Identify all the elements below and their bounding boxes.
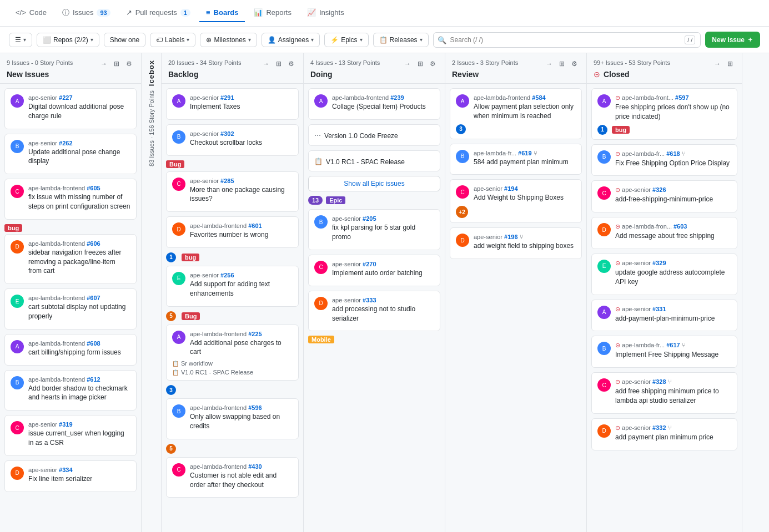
card-cl8[interactable]: C ⊝ ape-senior #328 ⑂ add free shipping … [591,372,737,414]
card-b1[interactable]: A ape-senior #291 Implement Taxes [166,88,299,120]
new-issue-button[interactable]: New Issue ＋ [705,32,760,48]
card-b5[interactable]: D ape-lambda-frontend #601 Favorites num… [166,216,299,248]
backlog-action-settings[interactable]: ⚙ [286,59,296,69]
card-r3[interactable]: C ape-senior #194 Add Weight to Shipping… [450,179,582,223]
avatar-b1: A [172,94,185,108]
col-action-settings[interactable]: ⚙ [124,59,134,69]
card-b2[interactable]: B ape-senior #302 Checkout scrollbar loc… [166,124,299,156]
filter-button[interactable]: ☰ ▾ [9,33,32,47]
backlog-action-collapse[interactable]: ⊞ [274,59,284,69]
show-one-button[interactable]: Show one [104,33,145,47]
nav-item-insights[interactable]: 📈 Insights [300,4,351,22]
card-version-rc[interactable]: 📋 V1.0 RC1 - SPAC Release [308,150,440,172]
closed-action-collapse[interactable]: ⊞ [725,59,735,69]
icebox-column: Icebox 83 Issues · 156 Story Points [142,53,162,532]
review-action-send[interactable]: → [544,59,555,69]
doing-action-send[interactable]: → [402,59,413,69]
card-cl6[interactable]: A ⊝ ape-senior #331 add-payment-plan-min… [591,300,737,332]
column-closed-body: A ⊝ ape-lambda-front... #597 Free shippi… [587,84,742,532]
card-c6[interactable]: E ape-lambda-frontend #607 cart subtotal… [4,288,137,330]
card-b4[interactable]: C ape-senior #285 More than one package … [166,171,299,212]
fork-cl2: ⑂ [682,150,686,157]
num-bug-row-2: 5 Bug [166,311,299,321]
card-d4[interactable]: B ape-senior #205 fix kpl parsing for 5 … [308,209,440,250]
card-cl1[interactable]: A ⊝ ape-lambda-front... #597 Free shippi… [591,88,737,140]
backlog-action-send[interactable]: → [260,59,272,69]
version-freeze-label: Version 1.0 Code Freeze [324,131,398,141]
nav-item-issues[interactable]: ⓘ Issues 93 [56,3,117,23]
review-action-collapse[interactable]: ⊞ [557,59,567,69]
card-r1[interactable]: A ape-lambda-frontend #584 Allow payment… [450,88,582,139]
labels-label: Labels [165,36,184,44]
card-d1[interactable]: A ape-lambda-frontend #239 Collage (Spec… [308,88,440,120]
card-cl5[interactable]: E ⊝ ape-senior #329 update google addres… [591,254,737,295]
card-d6[interactable]: D ape-senior #333 add processing not to … [308,291,440,332]
avatar-r1: A [456,94,469,108]
column-backlog-stats: 20 Issues - 34 Story Points [168,59,241,66]
nav-item-code[interactable]: </> Code [9,4,53,22]
avatar-cl5: E [597,260,611,273]
version-icon: ⋯ [314,131,321,139]
new-issue-plus-icon: ＋ [747,35,753,44]
releases-button[interactable]: 📋 Releases ▾ [373,33,429,47]
nav-insights-label: Insights [319,8,344,17]
epics-button[interactable]: ⚡ Epics ▾ [324,33,368,47]
num-bug-row-1: 1 bug [166,252,299,262]
card-c8[interactable]: B ape-lambda-frontend #612 Add border sh… [4,370,137,411]
card-c5[interactable]: D ape-lambda-frontend #606 sidebar navig… [4,234,137,284]
milestones-icon: ⊕ [206,36,212,44]
new-issue-label: New Issue [712,36,745,44]
card-cl9[interactable]: D ⊝ ape-senior #332 ⑂ add payment plan m… [591,418,737,450]
nav-item-reports[interactable]: 📊 Reports [247,4,298,22]
card-c7[interactable]: A ape-lambda-frontend #608 cart billing/… [4,334,137,366]
column-review: 2 Issues - 3 Story Points → ⊞ ⚙ Review A… [445,53,587,532]
doing-action-settings[interactable]: ⚙ [428,59,438,69]
card-cl4[interactable]: D ⊝ ape-lambda-fron... #603 Add message … [591,217,737,249]
avatar-c5: D [11,240,24,254]
cl1-num-badge: 1 [597,125,607,135]
column-new-issues-header: 9 Issues - 0 Story Points → ⊞ ⚙ New Issu… [0,53,141,84]
card-b9[interactable]: A ape-lambda-frontend #225 Add additiona… [166,325,299,381]
card-c2[interactable]: B ape-senior #262 Update additional pose… [4,134,137,175]
card-b11[interactable]: B ape-lambda-frontend #596 Only allow sw… [166,398,299,439]
column-new-issues-stats: 9 Issues - 0 Story Points [7,59,73,66]
labels-button[interactable]: 🏷 Labels ▾ [150,33,195,47]
epics-icon: ⚡ [330,36,339,44]
card-cl7[interactable]: B ⊝ ape-lambda-fr... #617 ⑂ Implement Fr… [591,336,737,368]
card-c10[interactable]: D ape-senior #334 Fix line item serializ… [4,460,137,492]
doing-action-collapse[interactable]: ⊞ [415,59,425,69]
epic-badge: Epic [326,196,345,204]
show-epic-issues-btn[interactable]: Show all Epic issues [308,176,440,191]
avatar-d4: B [314,215,328,229]
avatar-b9: A [172,331,185,344]
card-d5[interactable]: C ape-senior #270 Implement auto order b… [308,255,440,286]
repos-button[interactable]: ⬜ Repos (2/2) ▾ [37,33,99,47]
column-doing-body: A ape-lambda-frontend #239 Collage (Spec… [304,84,445,532]
search-input[interactable] [433,32,701,48]
avatar-cl8: C [597,378,611,392]
card-r2[interactable]: B ape-lambda-fr... #619 ⑂ 584 add paymen… [450,144,582,175]
card-version-freeze[interactable]: ⋯ Version 1.0 Code Freeze [308,124,440,146]
milestones-button[interactable]: ⊕ Milestones ▾ [200,33,257,47]
bug-badge: bug [4,224,22,232]
nav-item-pr[interactable]: ↗ Pull requests 1 [119,4,197,22]
card-c9[interactable]: C ape-senior #319 issue current_user whe… [4,415,137,456]
card-r4[interactable]: D ape-senior #196 ⑂ add weight field to … [450,227,582,259]
col-action-collapse[interactable]: ⊞ [112,59,122,69]
card-b13[interactable]: C ape-lambda-frontend #430 Customer is n… [166,457,299,498]
review-action-settings[interactable]: ⚙ [569,59,580,69]
assignees-button[interactable]: 👤 Assignees ▾ [262,33,320,47]
col-action-send[interactable]: → [98,59,109,69]
icebox-stats: 83 Issues · 156 Story Points [148,90,155,166]
card-c3[interactable]: C ape-lambda-frontend #605 fix issue wit… [4,179,137,220]
nav-item-boards[interactable]: ≡ Boards [199,4,245,22]
closed-action-send[interactable]: → [712,59,723,69]
card-cl2[interactable]: B ⊝ ape-lambda-fr... #618 ⑂ Fix Free Shi… [591,144,737,176]
column-doing-header: 4 Issues - 13 Story Points → ⊞ ⚙ Doing [304,53,445,84]
card-cl3[interactable]: C ⊝ ape-senior #326 add-free-shipping-mi… [591,180,737,212]
card-c1[interactable]: A ape-senior #227 Digital download addit… [4,88,137,129]
card-b7[interactable]: E ape-senior #256 Add support for adding… [166,266,299,307]
avatar-d5: C [314,261,328,274]
bug-label-2: bug [182,254,199,261]
nav-boards-label: Boards [214,8,239,17]
